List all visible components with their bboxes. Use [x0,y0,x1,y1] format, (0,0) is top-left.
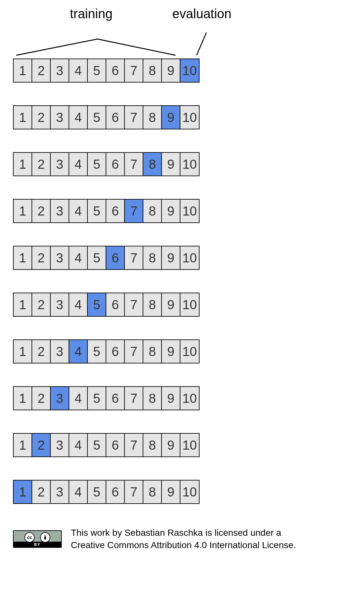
train-cell: 2 [32,293,51,316]
eval-cell: 3 [51,387,69,410]
train-cell: 1 [14,434,32,456]
train-cell: 2 [32,387,51,410]
train-cell: 4 [69,106,88,129]
training-bracket [16,39,176,55]
train-cell: 5 [88,481,106,503]
credit-text: This work by Sebastian Raschka is licens… [71,527,296,551]
fold-row: 12345678910 [13,152,200,176]
train-cell: 3 [51,106,69,129]
train-cell: 4 [69,481,88,503]
train-cell: 7 [125,434,143,456]
train-cell: 10 [180,106,199,129]
train-cell: 7 [125,481,143,503]
train-cell: 7 [125,387,143,410]
train-cell: 8 [143,340,162,363]
train-cell: 9 [162,293,180,316]
train-cell: 10 [180,481,199,503]
train-cell: 10 [180,387,199,410]
train-cell: 3 [51,434,69,456]
train-cell: 8 [143,59,162,82]
train-cell: 1 [14,106,32,129]
diagram-canvas: training evaluation 12345678910123456789… [0,0,364,606]
train-cell: 1 [14,387,32,410]
train-cell: 8 [143,434,162,456]
header-labels: training evaluation [0,7,364,26]
train-cell: 2 [32,340,51,363]
train-cell: 2 [32,59,51,82]
train-cell: 1 [14,293,32,316]
train-cell: 4 [69,59,88,82]
credit-line1: This work by Sebastian Raschka is licens… [71,528,281,538]
train-cell: 5 [88,153,106,176]
train-cell: 10 [180,340,199,363]
fold-row: 12345678910 [13,59,200,83]
train-cell: 2 [32,200,51,222]
train-cell: 9 [162,200,180,222]
train-cell: 8 [143,106,162,129]
train-cell: 3 [51,340,69,363]
fold-row: 12345678910 [13,480,200,504]
train-cell: 10 [180,200,199,222]
by-icon [40,532,50,543]
eval-cell: 5 [88,293,106,316]
train-cell: 5 [88,246,106,269]
train-cell: 7 [125,106,143,129]
train-cell: 1 [14,153,32,176]
train-cell: 5 [88,59,106,82]
train-cell: 4 [69,153,88,176]
train-cell: 8 [143,246,162,269]
train-cell: 2 [32,481,51,503]
eval-cell: 10 [180,59,199,82]
fold-row: 12345678910 [13,433,200,457]
train-cell: 6 [106,106,125,129]
eval-cell: 4 [69,340,88,363]
train-cell: 6 [106,340,125,363]
train-cell: 9 [162,481,180,503]
fold-row: 12345678910 [13,339,200,363]
fold-row: 12345678910 [13,199,200,223]
train-cell: 7 [125,59,143,82]
train-cell: 3 [51,246,69,269]
fold-row: 12345678910 [13,293,200,317]
train-cell: 6 [106,153,125,176]
train-cell: 1 [14,200,32,222]
person-icon [43,535,48,540]
cc-badge: cc BY [13,530,62,548]
train-cell: 1 [14,59,32,82]
train-cell: 7 [125,340,143,363]
training-label: training [70,7,112,21]
train-cell: 4 [69,293,88,316]
train-cell: 9 [162,340,180,363]
eval-cell: 9 [162,106,180,129]
train-cell: 9 [162,387,180,410]
train-cell: 4 [69,246,88,269]
train-cell: 6 [106,293,125,316]
evaluation-label: evaluation [172,7,231,21]
train-cell: 5 [88,200,106,222]
train-cell: 6 [106,481,125,503]
train-cell: 10 [180,153,199,176]
train-cell: 3 [51,481,69,503]
fold-row: 12345678910 [13,386,200,410]
cc-icon: cc [24,532,35,543]
eval-cell: 6 [106,246,125,269]
eval-cell: 1 [14,481,32,503]
train-cell: 4 [69,200,88,222]
train-cell: 5 [88,106,106,129]
train-cell: 7 [125,293,143,316]
credit-line2: Creative Commons Attribution 4.0 Interna… [71,540,296,550]
train-cell: 6 [106,387,125,410]
train-cell: 9 [162,434,180,456]
fold-row: 12345678910 [13,246,200,270]
train-cell: 3 [51,293,69,316]
evaluation-slash [197,33,206,55]
train-cell: 1 [14,246,32,269]
train-cell: 10 [180,434,199,456]
train-cell: 8 [143,387,162,410]
credit-row: cc BY This work by Sebastian Raschka is … [0,527,364,551]
train-cell: 4 [69,387,88,410]
train-cell: 5 [88,387,106,410]
train-cell: 7 [125,246,143,269]
train-cell: 6 [106,59,125,82]
train-cell: 2 [32,153,51,176]
